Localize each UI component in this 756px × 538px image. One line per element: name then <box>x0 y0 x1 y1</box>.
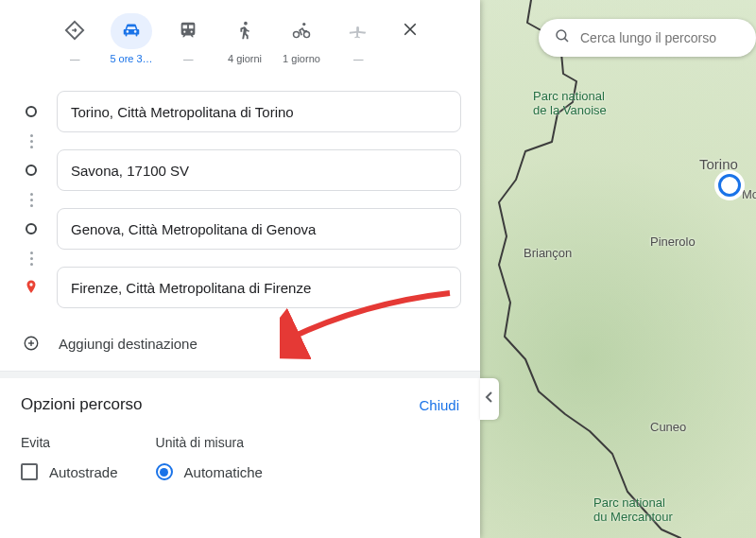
mode-best[interactable]: — <box>49 13 100 64</box>
walk-icon <box>234 20 255 43</box>
map-pin-torino[interactable] <box>718 174 741 197</box>
mode-transit-caption: — <box>183 53 194 64</box>
svg-point-3 <box>293 32 299 38</box>
svg-point-0 <box>557 30 566 40</box>
directions-icon <box>64 20 85 43</box>
destination-pin-icon <box>23 279 40 296</box>
bike-icon <box>291 20 312 43</box>
mode-walk[interactable]: 4 giorni <box>219 13 270 64</box>
mode-drive[interactable]: 5 ore 3… <box>106 13 157 64</box>
waypoint-row <box>23 149 461 191</box>
collapse-panel-button[interactable] <box>480 378 499 420</box>
waypoint-input-3[interactable] <box>57 208 461 250</box>
waypoint-connector <box>23 132 40 149</box>
mode-bike[interactable]: 1 giorno <box>276 13 327 64</box>
waypoint-connector <box>23 191 40 208</box>
units-column: Unità di misura Automatiche <box>156 435 263 480</box>
train-icon <box>178 20 198 43</box>
waypoints-list <box>0 74 480 318</box>
waypoint-marker-circle <box>23 103 40 120</box>
waypoint-connector <box>23 250 40 267</box>
mode-best-caption: — <box>70 53 80 64</box>
waypoint-input-2[interactable] <box>57 149 461 191</box>
mode-transit[interactable]: — <box>163 13 214 64</box>
route-options-close[interactable]: Chiudi <box>419 397 459 413</box>
mode-flight[interactable]: — <box>333 13 384 64</box>
svg-line-1 <box>564 38 568 42</box>
add-destination-button[interactable]: Aggiungi destinazione <box>0 318 480 371</box>
directions-panel: — 5 ore 3… — 4 giorni 1 giorno <box>0 0 480 538</box>
units-heading: Unità di misura <box>156 435 263 450</box>
units-auto-label: Automatiche <box>184 464 263 480</box>
waypoint-input-4[interactable] <box>57 267 461 308</box>
search-along-route[interactable] <box>539 19 756 57</box>
mode-drive-caption: 5 ore 3… <box>110 53 152 64</box>
avoid-column: Evita Autostrade <box>21 435 118 480</box>
waypoint-row <box>23 91 461 132</box>
radio-checked-icon <box>156 463 173 480</box>
svg-point-5 <box>302 23 305 26</box>
section-divider <box>0 371 480 378</box>
mode-flight-caption: — <box>353 53 364 64</box>
search-icon <box>554 27 571 48</box>
mode-walk-caption: 4 giorni <box>228 53 262 64</box>
mode-bike-caption: 1 giorno <box>283 53 320 64</box>
waypoint-input-1[interactable] <box>57 91 461 132</box>
travel-mode-bar: — 5 ore 3… — 4 giorni 1 giorno <box>0 0 480 74</box>
avoid-highways-checkbox[interactable]: Autostrade <box>21 463 118 480</box>
units-auto-radio[interactable]: Automatiche <box>156 463 263 480</box>
svg-point-4 <box>303 32 309 38</box>
waypoint-marker-circle <box>23 162 40 179</box>
avoid-highways-label: Autostrade <box>49 464 118 480</box>
waypoint-row <box>23 267 461 308</box>
waypoint-marker-circle <box>23 220 40 237</box>
search-input[interactable] <box>580 30 741 45</box>
route-options: Opzioni percorso Chiudi Evita Autostrade… <box>0 378 480 497</box>
waypoint-row <box>23 208 461 250</box>
close-directions-button[interactable] <box>389 13 431 49</box>
avoid-heading: Evita <box>21 435 118 450</box>
plane-icon <box>348 20 369 43</box>
checkbox-icon <box>21 463 38 480</box>
svg-point-2 <box>244 22 248 26</box>
chevron-left-icon <box>485 390 494 408</box>
route-options-title: Opzioni percorso <box>21 395 143 414</box>
close-icon <box>402 21 419 42</box>
plus-circle-icon <box>23 335 40 352</box>
add-destination-label: Aggiungi destinazione <box>59 336 198 352</box>
car-icon <box>121 20 142 43</box>
